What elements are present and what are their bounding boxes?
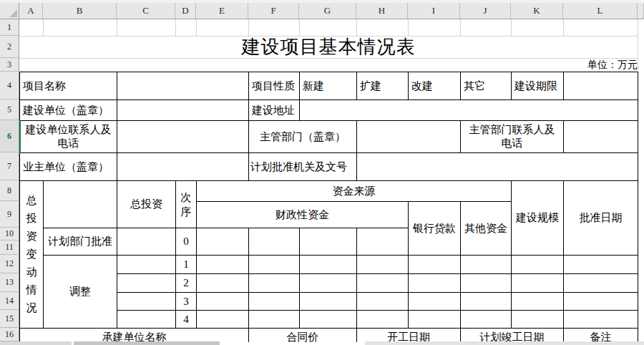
row-header-12[interactable]: 12 [0, 255, 19, 273]
cell-nature-new[interactable]: 新建 [299, 72, 357, 100]
cell-construction-period-label[interactable]: 建设期限 [511, 72, 564, 100]
row-header-3[interactable]: 3 [0, 58, 19, 72]
cell-k12-blank[interactable] [511, 255, 564, 274]
cell-l15-blank[interactable] [563, 310, 638, 329]
row-header-9[interactable]: 9 [0, 201, 19, 228]
row-header-1[interactable]: 1 [0, 19, 19, 36]
cell-h13-blank[interactable] [356, 273, 409, 293]
cell-b8b9-blank[interactable] [43, 180, 117, 228]
col-header-F[interactable]: F [248, 3, 299, 19]
cell-e10-blank[interactable] [196, 228, 249, 256]
cell-nature-other[interactable]: 其它 [460, 72, 512, 100]
cell-g13-blank[interactable] [299, 273, 357, 293]
cell-project-name-label[interactable]: 项目名称 [19, 72, 117, 100]
cell-construction-period-value[interactable] [563, 72, 638, 100]
cell-g12-blank[interactable] [299, 255, 357, 274]
cell-plan-approval-org-value[interactable] [356, 152, 638, 181]
cell-j15-blank[interactable] [460, 310, 512, 329]
cell-e15-blank[interactable] [196, 310, 249, 329]
row-header-7[interactable]: 7 [0, 152, 19, 180]
cell-plan-approval-org-label[interactable]: 计划批准机关及文号 [248, 152, 357, 181]
cell-h10-blank[interactable] [356, 228, 409, 256]
cell-approval-date-label[interactable]: 批准日期 [563, 180, 638, 256]
cell-c13-blank[interactable] [117, 273, 176, 293]
cell-seq-2[interactable]: 2 [175, 273, 197, 293]
col-header-J[interactable]: J [460, 3, 511, 19]
cell-j13-blank[interactable] [460, 273, 512, 293]
cell-construction-address-value[interactable] [299, 99, 638, 121]
sheet-title-cell[interactable]: 建设项目基本情况表 [19, 36, 638, 58]
cell-competent-dept-label[interactable]: 主管部门（盖章） [248, 120, 357, 153]
col-header-B[interactable]: B [43, 3, 117, 19]
cell-f12-blank[interactable] [248, 255, 300, 274]
cell-f15-blank[interactable] [248, 310, 300, 329]
cell-seq-0[interactable]: 0 [175, 228, 197, 256]
cell-j12-blank[interactable] [460, 255, 512, 274]
cell-h15-blank[interactable] [356, 310, 409, 329]
cell-f10-blank[interactable] [248, 228, 300, 256]
row-header-5[interactable]: 5 [0, 99, 19, 120]
row-header-4[interactable]: 4 [0, 72, 19, 99]
cell-i12-blank[interactable] [408, 255, 461, 274]
cell-construction-scale-label[interactable]: 建设规模 [511, 180, 564, 256]
col-header-I[interactable]: I [408, 3, 460, 19]
cell-g10-blank[interactable] [299, 228, 357, 256]
cell-i13-blank[interactable] [408, 273, 461, 293]
cell-h14-blank[interactable] [356, 292, 409, 311]
col-header-D[interactable]: D [175, 3, 196, 19]
cell-seq-3[interactable]: 3 [175, 292, 197, 311]
cell-g14-blank[interactable] [299, 292, 357, 311]
col-header-A[interactable]: A [19, 3, 43, 19]
cell-bank-loan-label[interactable]: 银行贷款 [408, 201, 461, 256]
cell-i14-blank[interactable] [408, 292, 461, 311]
cell-owner-unit-label[interactable]: 业主单位（盖章） [19, 152, 117, 181]
cell-construction-unit-contact-label[interactable]: 建设单位联系人及电话 [19, 120, 117, 153]
cell-k13-blank[interactable] [511, 273, 564, 293]
cell-f13-blank[interactable] [248, 273, 300, 293]
cell-competent-dept-contact-value[interactable] [563, 120, 638, 153]
col-header-L[interactable]: L [563, 3, 638, 19]
cell-c15-blank[interactable] [117, 310, 176, 329]
row-header-10[interactable]: 10 [0, 228, 19, 240]
row-header-13[interactable]: 13 [0, 273, 19, 292]
cell-l14-blank[interactable] [563, 292, 638, 311]
row-header-16[interactable]: 16 [0, 328, 19, 341]
cell-c10-blank[interactable] [117, 228, 176, 256]
row-header-6[interactable]: 6 [0, 120, 19, 152]
cell-l12-blank[interactable] [563, 255, 638, 274]
cell-construction-address-label[interactable]: 建设地址 [248, 99, 300, 121]
cell-k14-blank[interactable] [511, 292, 564, 311]
cell-construction-unit-contact-value[interactable] [117, 120, 249, 153]
cell-h12-blank[interactable] [356, 255, 409, 274]
row-header-11[interactable]: 11 [0, 240, 19, 255]
cell-other-funds-label[interactable]: 其他资金 [460, 201, 512, 256]
cell-c14-blank[interactable] [117, 292, 176, 311]
cell-project-nature-label[interactable]: 项目性质 [248, 72, 300, 100]
cell-competent-dept-value[interactable] [356, 120, 461, 153]
row-header-2[interactable]: 2 [0, 36, 19, 58]
cell-total-investment-label[interactable]: 总投资 [117, 180, 176, 228]
cell-l13-blank[interactable] [563, 273, 638, 293]
cell-adjustment-label[interactable]: 调整 [43, 255, 117, 329]
cell-nature-expand[interactable]: 扩建 [356, 72, 409, 100]
cell-e13-blank[interactable] [196, 273, 249, 293]
cell-plan-dept-approval-label[interactable]: 计划部门批准 [43, 228, 117, 256]
col-header-K[interactable]: K [511, 3, 563, 19]
col-header-G[interactable]: G [299, 3, 356, 19]
col-header-E[interactable]: E [196, 3, 248, 19]
cell-project-name-value[interactable] [117, 72, 249, 100]
cell-funding-source-label[interactable]: 资金来源 [196, 180, 512, 202]
cell-investment-change-section[interactable]: 总投资变动情况 [19, 180, 44, 329]
cell-owner-unit-value[interactable] [117, 152, 249, 181]
cell-competent-dept-contact-label[interactable]: 主管部门联系人及电话 [460, 120, 564, 153]
cell-construction-unit-label[interactable]: 建设单位（盖章） [19, 99, 117, 121]
cell-f14-blank[interactable] [248, 292, 300, 311]
row-header-8[interactable]: 8 [0, 180, 19, 201]
cell-seq-1[interactable]: 1 [175, 255, 197, 274]
cell-k15-blank[interactable] [511, 310, 564, 329]
cell-seq-4[interactable]: 4 [175, 310, 197, 329]
cell-sequence-label[interactable]: 次序 [175, 180, 197, 228]
cell-i15-blank[interactable] [408, 310, 461, 329]
col-header-C[interactable]: C [117, 3, 175, 19]
unit-note-cell[interactable]: 单位：万元 [429, 58, 638, 72]
